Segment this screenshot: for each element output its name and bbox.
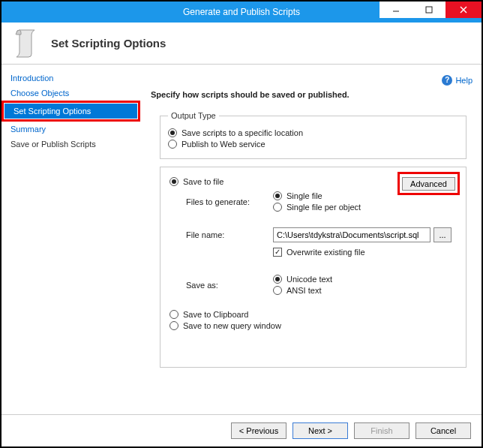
help-icon: ? [442,75,452,86]
script-scroll-icon [12,29,39,59]
wizard-window: Generate and Publish Scripts Set Scripti… [0,0,483,448]
browse-button[interactable]: ... [434,227,452,242]
sidebar-item-summary[interactable]: Summary [2,122,140,137]
save-options-panel: Advanced Save to file Files to generate:… [160,167,466,368]
radio-single-file-label: Single file [286,191,322,200]
radio-single-file-per-object-label: Single file per object [286,203,361,212]
radio-publish-web-label: Publish to Web service [182,140,266,149]
advanced-button[interactable]: Advanced [402,177,455,191]
highlight-annotation-advanced: Advanced [398,172,460,195]
svg-rect-1 [426,7,432,13]
checkbox-overwrite[interactable] [273,248,282,257]
finish-button: Finish [354,422,410,439]
window-controls [380,2,482,18]
footer: < Previous Next > Finish Cancel [2,414,482,446]
file-name-input[interactable] [273,227,430,242]
help-label: Help [455,76,472,85]
radio-save-new-query[interactable] [170,321,178,330]
radio-save-to-file-label: Save to file [183,177,224,186]
sidebar-item-introduction[interactable]: Introduction [2,71,140,86]
highlight-annotation: Set Scripting Options [2,101,140,122]
radio-save-new-query-label: Save to new query window [183,321,281,330]
radio-single-file[interactable] [273,191,282,200]
radio-save-clipboard-label: Save to Clipboard [183,310,248,319]
radio-unicode[interactable] [273,275,282,284]
page-title: Set Scripting Options [51,37,166,50]
help-link[interactable]: ? Help [442,75,472,86]
radio-save-location[interactable] [168,128,177,137]
minimize-button[interactable] [380,2,412,18]
file-name-label: File name: [186,230,273,239]
output-type-group: Output Type Save scripts to a specific l… [160,111,466,159]
instruction-text: Specify how scripts should be saved or p… [151,90,472,99]
sidebar-item-save-or-publish[interactable]: Save or Publish Scripts [2,137,140,152]
sidebar-item-choose-objects[interactable]: Choose Objects [2,86,140,101]
sidebar-item-set-scripting-options[interactable]: Set Scripting Options [4,104,137,119]
radio-ansi[interactable] [273,286,282,295]
previous-button[interactable]: < Previous [231,422,286,439]
sidebar: Introduction Choose Objects Set Scriptin… [2,65,140,414]
radio-unicode-label: Unicode text [286,275,332,284]
radio-publish-web[interactable] [168,140,177,149]
close-button[interactable] [446,2,482,18]
radio-save-location-label: Save scripts to a specific location [182,128,303,137]
files-to-generate-label: Files to generate: [186,197,273,206]
window-title: Generate and Publish Scripts [183,7,300,17]
radio-ansi-label: ANSI text [286,286,321,295]
radio-single-file-per-object[interactable] [273,203,282,212]
checkbox-overwrite-label: Overwrite existing file [286,248,365,257]
header: Set Scripting Options [2,23,482,65]
next-button[interactable]: Next > [292,422,348,439]
radio-save-clipboard[interactable] [170,310,178,319]
radio-save-to-file[interactable] [170,177,178,186]
content-area: ? Help Specify how scripts should be sav… [140,65,482,414]
cancel-button[interactable]: Cancel [416,422,471,439]
titlebar: Generate and Publish Scripts [2,2,482,23]
save-as-label: Save as: [186,281,273,290]
output-type-legend: Output Type [168,111,219,120]
maximize-button[interactable] [412,2,446,18]
